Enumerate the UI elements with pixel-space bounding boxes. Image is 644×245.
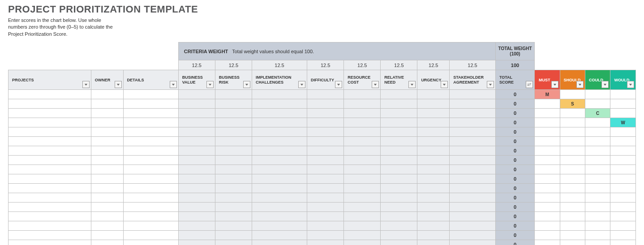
moscow-cell[interactable] (585, 165, 610, 174)
criteria-cell[interactable] (344, 184, 381, 193)
criteria-cell[interactable] (252, 221, 307, 231)
criteria-cell[interactable] (344, 240, 381, 245)
criteria-cell[interactable] (344, 221, 381, 231)
criteria-cell[interactable] (252, 90, 307, 99)
criteria-cell[interactable] (252, 118, 307, 127)
moscow-cell[interactable] (535, 156, 560, 165)
criteria-cell[interactable] (381, 146, 417, 156)
data-cell[interactable] (91, 90, 123, 99)
criteria-cell[interactable] (417, 174, 450, 184)
criteria-cell[interactable] (381, 231, 417, 240)
criteria-cell[interactable] (252, 231, 307, 240)
criteria-cell[interactable] (252, 99, 307, 109)
moscow-cell[interactable] (585, 193, 610, 203)
criteria-cell[interactable] (417, 90, 450, 99)
data-cell[interactable] (9, 156, 91, 165)
moscow-cell[interactable] (585, 137, 610, 146)
moscow-cell[interactable] (560, 203, 585, 212)
criteria-cell[interactable] (178, 174, 215, 184)
data-cell[interactable] (123, 127, 178, 137)
criteria-cell[interactable] (381, 203, 417, 212)
criteria-cell[interactable] (307, 203, 344, 212)
weight-cell[interactable]: 12.5 (215, 60, 252, 70)
data-cell[interactable] (9, 203, 91, 212)
weight-cell[interactable]: 12.5 (381, 60, 417, 70)
criteria-cell[interactable] (450, 203, 496, 212)
criteria-cell[interactable] (178, 193, 215, 203)
criteria-cell[interactable] (344, 174, 381, 184)
moscow-cell[interactable] (535, 231, 560, 240)
criteria-cell[interactable] (307, 137, 344, 146)
data-cell[interactable] (123, 165, 178, 174)
criteria-cell[interactable] (450, 156, 496, 165)
data-cell[interactable] (91, 109, 123, 118)
filter-button[interactable] (298, 81, 305, 88)
weight-cell[interactable]: 12.5 (307, 60, 344, 70)
data-cell[interactable] (9, 137, 91, 146)
data-cell[interactable] (9, 109, 91, 118)
criteria-cell[interactable] (178, 137, 215, 146)
moscow-cell[interactable] (610, 165, 636, 174)
data-cell[interactable] (91, 193, 123, 203)
moscow-cell[interactable] (610, 137, 636, 146)
moscow-cell[interactable] (585, 90, 610, 99)
moscow-cell[interactable] (610, 109, 636, 118)
criteria-cell[interactable] (381, 118, 417, 127)
moscow-cell[interactable] (610, 212, 636, 221)
moscow-cell[interactable] (610, 174, 636, 184)
data-cell[interactable] (123, 193, 178, 203)
filter-button[interactable] (170, 81, 177, 88)
criteria-cell[interactable] (450, 231, 496, 240)
weight-cell[interactable]: 12.5 (344, 60, 381, 70)
criteria-cell[interactable] (417, 203, 450, 212)
criteria-cell[interactable] (178, 231, 215, 240)
criteria-cell[interactable] (178, 240, 215, 245)
moscow-cell[interactable] (535, 146, 560, 156)
criteria-cell[interactable] (417, 118, 450, 127)
criteria-cell[interactable] (344, 203, 381, 212)
moscow-cell[interactable] (610, 221, 636, 231)
data-cell[interactable] (123, 156, 178, 165)
criteria-cell[interactable] (450, 184, 496, 193)
data-cell[interactable] (9, 231, 91, 240)
criteria-cell[interactable] (252, 165, 307, 174)
data-cell[interactable] (123, 221, 178, 231)
moscow-cell[interactable] (560, 165, 585, 174)
moscow-cell[interactable] (610, 90, 636, 99)
filter-button[interactable] (243, 81, 250, 88)
filter-button[interactable] (372, 81, 379, 88)
criteria-cell[interactable] (344, 118, 381, 127)
data-cell[interactable] (91, 184, 123, 193)
criteria-cell[interactable] (178, 203, 215, 212)
moscow-cell[interactable] (535, 212, 560, 221)
criteria-cell[interactable] (450, 118, 496, 127)
criteria-cell[interactable] (417, 137, 450, 146)
criteria-cell[interactable] (344, 109, 381, 118)
filter-button[interactable] (551, 81, 558, 88)
criteria-cell[interactable] (344, 212, 381, 221)
moscow-cell[interactable] (535, 203, 560, 212)
criteria-cell[interactable] (381, 240, 417, 245)
moscow-cell[interactable] (560, 231, 585, 240)
data-cell[interactable] (9, 174, 91, 184)
criteria-cell[interactable] (252, 240, 307, 245)
criteria-cell[interactable] (215, 99, 252, 109)
criteria-cell[interactable] (307, 146, 344, 156)
criteria-cell[interactable] (450, 193, 496, 203)
data-cell[interactable] (91, 137, 123, 146)
criteria-cell[interactable] (307, 174, 344, 184)
moscow-cell[interactable] (535, 184, 560, 193)
filter-button[interactable] (601, 81, 609, 88)
criteria-cell[interactable] (307, 99, 344, 109)
criteria-cell[interactable] (417, 146, 450, 156)
criteria-cell[interactable] (215, 165, 252, 174)
moscow-cell[interactable] (610, 231, 636, 240)
moscow-cell[interactable] (585, 240, 610, 245)
criteria-cell[interactable] (215, 109, 252, 118)
criteria-cell[interactable] (344, 165, 381, 174)
criteria-cell[interactable] (344, 231, 381, 240)
criteria-cell[interactable] (215, 137, 252, 146)
criteria-cell[interactable] (417, 193, 450, 203)
criteria-cell[interactable] (215, 146, 252, 156)
moscow-cell[interactable] (535, 99, 560, 109)
